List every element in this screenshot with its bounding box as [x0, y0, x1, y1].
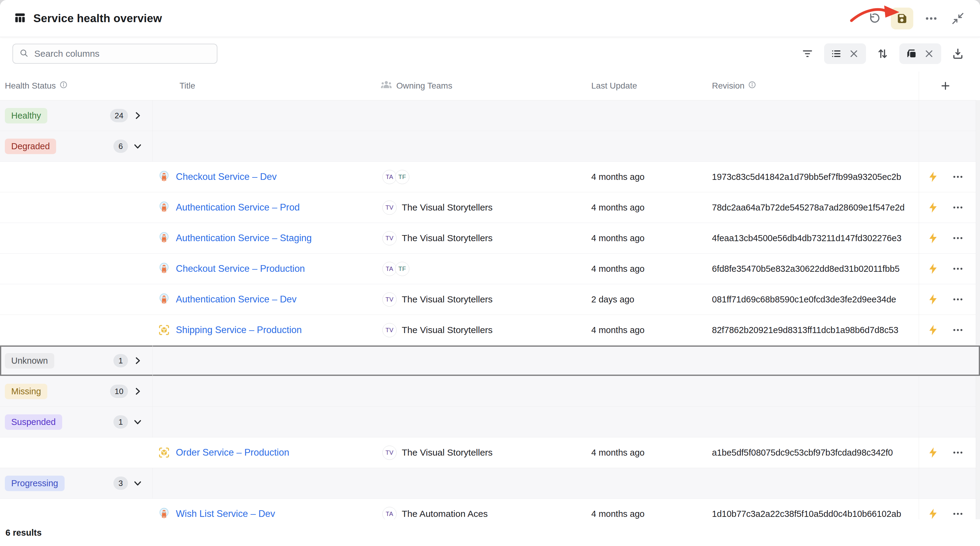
chevron-down-icon[interactable]	[132, 478, 143, 489]
team-avatar-tv[interactable]: TV	[382, 293, 397, 307]
team-avatar-tv[interactable]: TV	[382, 446, 397, 460]
octopus-service-icon	[158, 508, 170, 519]
run-action-lightning-icon[interactable]	[926, 170, 940, 183]
team-avatar-tv[interactable]: TV	[382, 323, 397, 337]
octopus-service-icon	[158, 170, 170, 183]
grid-body: Healthy24Degraded6Checkout Service – Dev…	[0, 100, 980, 519]
team-avatar-ta[interactable]: TA	[382, 170, 397, 184]
row-menu-button[interactable]	[951, 446, 964, 459]
run-action-lightning-icon[interactable]	[926, 231, 940, 245]
column-header-owning-teams[interactable]: Owning Teams	[380, 72, 452, 100]
revision-hash: 1d10b77c3a2a22c38f5f10a5dd0c4b10b66102ab	[712, 509, 901, 519]
clear-list-view-icon[interactable]	[848, 48, 859, 59]
chevron-right-icon[interactable]	[132, 355, 143, 366]
app-bar: Service health overview	[0, 0, 980, 37]
collapse-widget-button[interactable]	[949, 10, 967, 27]
column-header-revision[interactable]: Revision	[712, 72, 756, 100]
save-button[interactable]	[891, 8, 913, 29]
group-column-divider	[153, 100, 153, 131]
service-title-link[interactable]: Checkout Service – Production	[176, 263, 305, 274]
run-action-lightning-icon[interactable]	[926, 262, 940, 275]
search-box[interactable]	[13, 44, 217, 64]
service-row: Wish List Service – DevTAThe Automation …	[0, 499, 980, 519]
column-header-last-update[interactable]: Last Update	[591, 72, 637, 100]
row-menu-button[interactable]	[951, 507, 964, 519]
download-button[interactable]	[949, 45, 967, 62]
service-title-link[interactable]: Checkout Service – Dev	[176, 171, 277, 182]
row-menu-button[interactable]	[951, 293, 964, 306]
grid-header-row: Health Status Title	[0, 72, 980, 100]
list-view-icon[interactable]	[831, 48, 842, 59]
status-badge-suspended: Suspended	[5, 414, 62, 430]
service-title-link[interactable]: Order Service – Production	[176, 447, 289, 458]
run-action-lightning-icon[interactable]	[926, 201, 940, 214]
team-avatar-tv[interactable]: TV	[382, 231, 397, 245]
status-badge-progressing: Progressing	[5, 476, 65, 491]
group-count-wrap: 1	[113, 354, 143, 367]
run-action-lightning-icon[interactable]	[926, 293, 940, 306]
group-row-degraded[interactable]: Degraded6	[0, 131, 980, 162]
run-action-lightning-icon[interactable]	[926, 323, 940, 337]
add-column-button[interactable]	[940, 80, 951, 91]
last-update-value: 4 months ago	[591, 325, 644, 335]
team-name: The Visual Storytellers	[402, 233, 493, 243]
status-badge-healthy: Healthy	[5, 108, 47, 123]
row-menu-button[interactable]	[951, 201, 964, 214]
service-row: Checkout Service – ProductionTATF4 month…	[0, 253, 980, 284]
group-row-progressing[interactable]: Progressing3	[0, 468, 980, 499]
filter-button[interactable]	[799, 45, 816, 62]
results-count: 6 results	[5, 528, 41, 538]
service-title-link[interactable]: Authentication Service – Prod	[176, 202, 299, 213]
undo-button[interactable]	[864, 10, 882, 27]
health-status-group-cell: Healthy24	[5, 100, 143, 131]
group-column-divider	[153, 468, 153, 498]
info-icon[interactable]	[748, 81, 756, 91]
health-status-group-cell: Unknown1	[5, 345, 143, 376]
revision-hash: 82f7862b20921e9d8313ff11dcb1a98b6d7d8c53	[712, 325, 899, 335]
row-menu-button[interactable]	[951, 170, 964, 183]
app-bar-actions	[864, 8, 967, 29]
last-update-value: 4 months ago	[591, 203, 644, 213]
chevron-down-icon[interactable]	[132, 417, 143, 427]
last-update-value: 4 months ago	[591, 509, 644, 519]
group-by-icon[interactable]	[906, 48, 917, 59]
group-row-healthy[interactable]: Healthy24	[0, 100, 980, 131]
status-badge-degraded: Degraded	[5, 138, 56, 154]
row-menu-button[interactable]	[951, 231, 964, 245]
chevron-down-icon[interactable]	[132, 141, 143, 152]
more-options-button[interactable]	[923, 10, 940, 27]
group-count-wrap: 3	[113, 476, 143, 490]
row-menu-button[interactable]	[951, 323, 964, 337]
title-header-label: Title	[180, 81, 195, 91]
health-status-group-cell: Progressing3	[5, 468, 143, 498]
team-avatar-ta[interactable]: TA	[382, 507, 397, 520]
sort-button[interactable]	[874, 45, 891, 62]
service-title-link[interactable]: Shipping Service – Production	[176, 325, 302, 336]
chevron-right-icon[interactable]	[132, 110, 143, 121]
group-row-unknown[interactable]: Unknown1	[0, 345, 980, 376]
service-title-link[interactable]: Authentication Service – Dev	[176, 294, 296, 305]
vertical-scrollbar[interactable]	[976, 100, 980, 519]
column-header-health-status[interactable]: Health Status	[5, 72, 68, 100]
team-avatar-ta[interactable]: TA	[382, 262, 397, 276]
team-avatar-tf[interactable]: TF	[395, 170, 409, 184]
row-menu-button[interactable]	[951, 262, 964, 275]
clear-group-by-icon[interactable]	[924, 48, 934, 59]
group-row-suspended[interactable]: Suspended1	[0, 407, 980, 438]
service-title-link[interactable]: Wish List Service – Dev	[176, 508, 275, 519]
group-column-divider	[153, 345, 153, 376]
team-avatar-tf[interactable]: TF	[395, 262, 409, 276]
service-title-link[interactable]: Authentication Service – Staging	[176, 232, 312, 244]
info-icon[interactable]	[59, 81, 68, 91]
group-row-missing[interactable]: Missing10	[0, 376, 980, 407]
run-action-lightning-icon[interactable]	[926, 507, 940, 519]
revision-hash: 78dc2aa64a7b72de545278a7ad28609e1f547e2d	[712, 203, 905, 213]
owning-teams-cell: TVThe Visual Storytellers	[382, 284, 493, 315]
team-name: The Visual Storytellers	[402, 202, 493, 213]
team-avatar-tv[interactable]: TV	[382, 201, 397, 215]
status-badge-missing: Missing	[5, 384, 47, 399]
column-header-title[interactable]: Title	[180, 72, 195, 100]
run-action-lightning-icon[interactable]	[926, 446, 940, 459]
search-input[interactable]	[33, 48, 211, 59]
chevron-right-icon[interactable]	[132, 386, 143, 397]
